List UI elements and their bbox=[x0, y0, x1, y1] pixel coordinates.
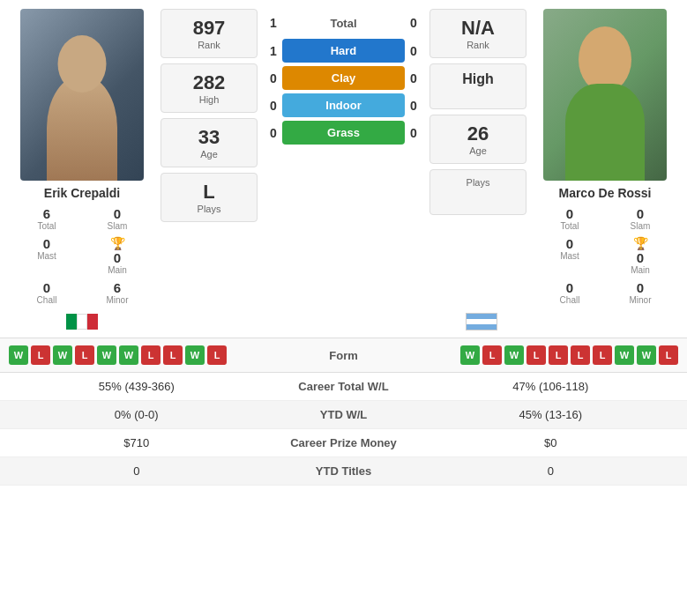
hard-left: 1 bbox=[265, 44, 282, 58]
player-left-photo bbox=[20, 9, 144, 181]
ytd-titles-label: YTD Titles bbox=[265, 464, 423, 478]
right-rank-value: N/A bbox=[434, 17, 522, 40]
left-plays-box: L Plays bbox=[161, 173, 258, 222]
form-label: Form bbox=[309, 349, 379, 362]
right-form-9: W bbox=[637, 345, 656, 365]
right-form-5: L bbox=[549, 345, 568, 365]
left-slam-val: 0 Slam bbox=[82, 204, 153, 234]
left-age-label: Age bbox=[165, 149, 253, 160]
right-form-10: L bbox=[659, 345, 678, 365]
left-form-6: W bbox=[119, 345, 138, 365]
left-form-7: L bbox=[141, 345, 161, 365]
left-mast-val: 0 Mast bbox=[11, 234, 82, 278]
grass-button[interactable]: Grass bbox=[282, 121, 405, 145]
ytd-wl-label: YTD W/L bbox=[265, 408, 423, 421]
hard-right: 0 bbox=[405, 44, 422, 58]
left-form-2: L bbox=[31, 345, 50, 365]
right-form-2: L bbox=[482, 345, 502, 365]
clay-right: 0 bbox=[405, 71, 422, 85]
right-chall-val: 0 Chall bbox=[534, 278, 605, 308]
right-mast-val: 0 Mast bbox=[534, 234, 605, 278]
total-left: 1 bbox=[265, 16, 282, 30]
career-wl-label: Career Total W/L bbox=[265, 380, 423, 393]
right-flag bbox=[466, 313, 497, 330]
left-chall-val: 0 Chall bbox=[11, 278, 82, 308]
total-row: 1 Total 0 bbox=[265, 16, 422, 30]
left-rank-label: Rank bbox=[165, 40, 253, 50]
grass-right: 0 bbox=[405, 126, 422, 140]
right-form-badges: W L W L L L L W W L bbox=[379, 345, 679, 365]
center-scores: 1 Total 0 1 Hard 0 0 Clay 0 0 Indoor 0 0 bbox=[261, 9, 426, 148]
left-form-4: L bbox=[75, 345, 94, 365]
right-form-8: W bbox=[615, 345, 634, 365]
clay-button[interactable]: Clay bbox=[282, 66, 405, 90]
right-form-6: L bbox=[571, 345, 590, 365]
right-rank-box: N/A Rank bbox=[429, 9, 526, 58]
prize-left: $710 bbox=[9, 436, 265, 449]
stats-row-ytd-titles: 0 YTD Titles 0 bbox=[0, 457, 687, 486]
player-left-name: Erik Crepaldi bbox=[44, 186, 120, 200]
career-wl-left: 55% (439-366) bbox=[9, 380, 265, 393]
player-left: Erik Crepaldi 6 Total 0 Slam 0 Mast 🏆 bbox=[7, 9, 157, 308]
right-form-3: W bbox=[504, 345, 524, 365]
left-middle-stats: 897 Rank 282 High 33 Age L Plays bbox=[161, 9, 258, 227]
hard-button[interactable]: Hard bbox=[282, 39, 405, 63]
left-form-3: W bbox=[53, 345, 72, 365]
left-plays-label: Plays bbox=[165, 204, 253, 214]
left-plays-value: L bbox=[165, 181, 253, 204]
left-high-value: 282 bbox=[165, 71, 253, 94]
clay-left: 0 bbox=[265, 71, 282, 85]
indoor-button[interactable]: Indoor bbox=[282, 93, 405, 117]
indoor-right: 0 bbox=[405, 99, 422, 113]
right-total-val: 0 Total bbox=[534, 204, 605, 234]
indoor-left: 0 bbox=[265, 99, 282, 113]
right-plays-box: Plays bbox=[429, 169, 526, 215]
prize-right: $0 bbox=[423, 436, 679, 449]
right-rank-label: Rank bbox=[434, 40, 522, 50]
surface-row-indoor: 0 Indoor 0 bbox=[265, 93, 422, 117]
ytd-titles-left: 0 bbox=[9, 464, 265, 478]
right-age-label: Age bbox=[434, 145, 522, 156]
stats-table: 55% (439-366) Career Total W/L 47% (106-… bbox=[0, 372, 687, 486]
left-total-val: 6 Total bbox=[11, 204, 82, 234]
ytd-titles-right: 0 bbox=[423, 464, 679, 478]
main-container: Erik Crepaldi 6 Total 0 Slam 0 Mast 🏆 bbox=[0, 0, 687, 486]
right-age-value: 26 bbox=[434, 122, 522, 145]
right-high-box: High bbox=[429, 63, 526, 109]
right-form-7: L bbox=[593, 345, 612, 365]
right-middle-stats: N/A Rank High 26 Age Plays bbox=[429, 9, 526, 220]
prize-label: Career Prize Money bbox=[265, 436, 423, 449]
grass-left: 0 bbox=[265, 126, 282, 140]
player-right-photo bbox=[543, 9, 667, 181]
surface-row-hard: 1 Hard 0 bbox=[265, 39, 422, 63]
left-form-1: W bbox=[9, 345, 28, 365]
left-form-10: L bbox=[207, 345, 227, 365]
left-age-box: 33 Age bbox=[161, 118, 258, 167]
right-plays-label: Plays bbox=[434, 177, 522, 188]
left-form-9: W bbox=[185, 345, 205, 365]
player-right: Marco De Rossi 0 Total 0 Slam 0 Mast 🏆 bbox=[530, 9, 680, 308]
player-right-name: Marco De Rossi bbox=[558, 186, 651, 200]
right-high-value: High bbox=[434, 71, 522, 87]
left-minor-val: 6 Minor bbox=[82, 278, 153, 308]
ytd-wl-right: 45% (13-16) bbox=[423, 408, 679, 421]
stats-row-ytd-wl: 0% (0-0) YTD W/L 45% (13-16) bbox=[0, 401, 687, 429]
form-section: W L W L W W L L W L Form W L W L L L L W… bbox=[0, 338, 687, 372]
left-age-value: 33 bbox=[165, 126, 253, 149]
left-rank-value: 897 bbox=[165, 17, 253, 40]
right-form-4: L bbox=[526, 345, 546, 365]
right-slam-val: 0 Slam bbox=[605, 204, 676, 234]
surface-row-clay: 0 Clay 0 bbox=[265, 66, 422, 90]
right-trophy: 🏆 0 Main bbox=[605, 234, 676, 278]
right-age-box: 26 Age bbox=[429, 115, 526, 164]
stats-row-prize: $710 Career Prize Money $0 bbox=[0, 429, 687, 457]
left-form-badges: W L W L W W L L W L bbox=[9, 345, 309, 365]
left-high-label: High bbox=[165, 94, 253, 105]
left-high-box: 282 High bbox=[161, 63, 258, 113]
left-trophy: 🏆 0 Main bbox=[82, 234, 153, 278]
left-flag bbox=[66, 314, 98, 330]
total-right: 0 bbox=[405, 16, 422, 30]
right-form-1: W bbox=[460, 345, 480, 365]
left-rank-box: 897 Rank bbox=[161, 9, 258, 58]
stats-row-career-wl: 55% (439-366) Career Total W/L 47% (106-… bbox=[0, 373, 687, 401]
